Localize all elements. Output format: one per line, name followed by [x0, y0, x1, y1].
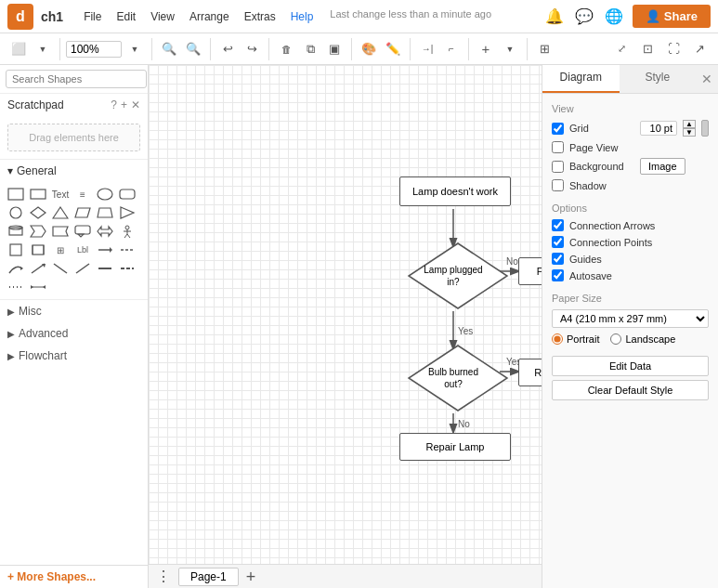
page-tab[interactable]: Page-1	[178, 568, 239, 586]
scratchpad-header[interactable]: Scratchpad ? + ✕	[0, 94, 148, 116]
guides-checkbox[interactable]	[552, 253, 564, 265]
node-plug-lamp[interactable]: Plug in lamp	[518, 257, 542, 285]
panel-toggle-btn[interactable]: ⬜	[7, 38, 30, 60]
waypoint-btn[interactable]: ⌐	[440, 38, 463, 60]
zoom-out-btn[interactable]: 🔍	[182, 38, 204, 60]
table-btn[interactable]: ⊞	[533, 38, 555, 60]
connection-arrows-checkbox[interactable]	[552, 219, 564, 231]
shape-cylinder[interactable]	[6, 223, 26, 240]
grid-checkbox[interactable]	[552, 123, 564, 135]
zoom-dropdown-btn[interactable]: ▼	[124, 38, 146, 60]
shape-diag3[interactable]	[72, 260, 93, 277]
shape-ellipse[interactable]	[95, 186, 115, 203]
general-header[interactable]: ▾ General	[0, 160, 148, 182]
shape-play[interactable]	[117, 204, 137, 221]
notification-icon[interactable]: 🔔	[543, 6, 566, 28]
portrait-option[interactable]: Portrait	[552, 333, 599, 345]
grid-size-input[interactable]	[640, 121, 677, 136]
panel-dropdown-btn[interactable]: ▼	[32, 38, 54, 60]
node-replace-bulb[interactable]: Replace Bulb	[518, 359, 542, 386]
menu-file[interactable]: File	[78, 8, 107, 25]
scratchpad-add-btn[interactable]: +	[121, 98, 127, 111]
shape-line2[interactable]	[117, 242, 137, 258]
shape-arrows-mix[interactable]	[28, 279, 48, 295]
shape-diamond[interactable]	[28, 204, 48, 221]
shape-line4[interactable]	[117, 260, 137, 277]
tab-style[interactable]: Style	[620, 65, 697, 93]
delete-btn[interactable]: 🗑	[275, 38, 297, 60]
menu-view[interactable]: View	[145, 8, 180, 25]
shape-rounded-rect[interactable]	[117, 186, 137, 203]
menu-help[interactable]: Help	[285, 8, 320, 25]
fullscreen-btn[interactable]: ⛶	[662, 38, 685, 60]
connection-points-checkbox[interactable]	[552, 236, 564, 248]
share-button[interactable]: 👤 Share	[633, 5, 711, 28]
page-view-checkbox[interactable]	[552, 141, 564, 153]
shape-line3[interactable]	[95, 260, 115, 277]
grid-spin-up[interactable]: ▲	[683, 120, 696, 128]
background-checkbox[interactable]	[552, 161, 564, 173]
shape-circle[interactable]	[6, 204, 26, 221]
shape-diag2[interactable]	[50, 260, 71, 277]
paper-size-select[interactable]: A4 (210 mm x 297 mm)	[552, 309, 709, 328]
shape-trapezoid[interactable]	[95, 204, 115, 221]
shape-square[interactable]	[6, 242, 26, 258]
menu-arrange[interactable]: Arrange	[184, 8, 235, 25]
shape-label[interactable]: Lbl	[72, 242, 93, 258]
grid-spin-down[interactable]: ▼	[683, 128, 696, 137]
flowchart-section[interactable]: ▶ Flowchart	[0, 345, 148, 367]
chat-icon[interactable]: 💬	[573, 6, 595, 28]
portrait-radio[interactable]	[552, 333, 563, 345]
canvas-area[interactable]: No Yes Yes No Lamp doesn't work Lamp plu…	[149, 65, 542, 588]
shape-banner[interactable]	[50, 223, 71, 240]
undo-btn[interactable]: ↩	[216, 38, 239, 60]
clear-style-button[interactable]: Clear Default Style	[552, 380, 709, 400]
insert-btn[interactable]: +	[475, 38, 497, 60]
scratchpad-help-btn[interactable]: ?	[111, 98, 117, 111]
add-page-button[interactable]: +	[246, 568, 256, 585]
global-icon[interactable]: 🌐	[603, 6, 625, 28]
format-btn[interactable]: ▣	[323, 38, 346, 60]
shape-table[interactable]: ⊞	[50, 242, 71, 258]
tab-diagram[interactable]: Diagram	[542, 65, 620, 93]
misc-section[interactable]: ▶ Misc	[0, 300, 148, 322]
shape-line5[interactable]	[6, 279, 26, 295]
search-input[interactable]	[6, 70, 147, 88]
shape-line1[interactable]	[95, 242, 115, 258]
zoom-input[interactable]: 100%	[66, 41, 122, 58]
node-lamp-doesnt-work[interactable]: Lamp doesn't work	[399, 176, 511, 206]
landscape-option[interactable]: Landscape	[610, 333, 675, 345]
node-repair-lamp[interactable]: Repair Lamp	[399, 433, 511, 461]
menu-extras[interactable]: Extras	[239, 8, 281, 25]
more-shapes-button[interactable]: + More Shapes...	[7, 570, 96, 583]
grid-color-box[interactable]	[701, 120, 709, 137]
shape-person[interactable]	[117, 223, 137, 240]
zoom-in-btn[interactable]: 🔍	[158, 38, 180, 60]
shape-rect[interactable]	[6, 186, 26, 203]
shape-sticky[interactable]: ≡	[72, 186, 93, 203]
fit-page-btn[interactable]: ⤢	[610, 38, 633, 60]
shape-text[interactable]: Text	[50, 186, 71, 203]
image-button[interactable]: Image	[640, 158, 685, 175]
shadow-checkbox[interactable]	[552, 179, 564, 191]
node-lamp-plugged[interactable]: Lamp plugged in?	[407, 242, 500, 310]
shape-triangle[interactable]	[50, 204, 71, 221]
edit-data-button[interactable]: Edit Data	[552, 356, 709, 376]
copy-btn[interactable]: ⧉	[299, 38, 321, 60]
page-options-button[interactable]: ⋮	[156, 568, 171, 585]
autosave-checkbox[interactable]	[552, 269, 564, 281]
shape-curve[interactable]	[6, 260, 26, 277]
panel-close-button[interactable]: ✕	[696, 65, 718, 93]
shape-speech[interactable]	[72, 223, 93, 240]
scratchpad-close-btn[interactable]: ✕	[131, 98, 140, 111]
shape-diag1[interactable]	[28, 260, 48, 277]
connector-btn[interactable]: →|	[416, 38, 438, 60]
shape-process[interactable]	[28, 242, 48, 258]
shape-rect2[interactable]	[28, 186, 48, 203]
insert-dropdown-btn[interactable]: ▼	[499, 38, 521, 60]
shape-parallelogram[interactable]	[72, 204, 93, 221]
landscape-radio[interactable]	[610, 333, 621, 345]
node-bulb-burned[interactable]: Bulb burned out?	[407, 344, 500, 412]
fill-btn[interactable]: 🎨	[358, 38, 380, 60]
redo-btn[interactable]: ↪	[241, 38, 263, 60]
